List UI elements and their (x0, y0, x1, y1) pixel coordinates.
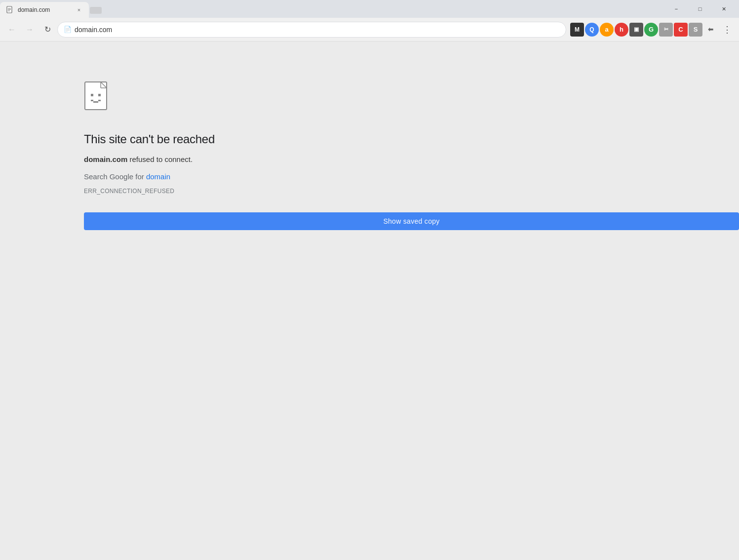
address-bar[interactable]: 📄 (57, 22, 566, 38)
window-controls: − □ ✕ (661, 0, 739, 18)
new-tab-button[interactable] (89, 3, 103, 17)
error-document-icon (84, 81, 114, 115)
extension-h-button[interactable]: h (615, 23, 628, 37)
title-bar: domain.com × − □ ✕ (0, 0, 739, 18)
forward-button[interactable]: → (22, 22, 38, 38)
extensions-area: M Q a h ▣ G ✂ C S ⬅ (570, 23, 717, 37)
svg-rect-12 (96, 101, 98, 103)
new-tab-shape-icon (89, 5, 103, 15)
extension-m-button[interactable]: M (570, 23, 584, 37)
browser-menu-button[interactable]: ⋮ (719, 22, 735, 38)
error-description-post: refused to connect. (127, 155, 193, 163)
close-button[interactable]: ✕ (712, 1, 735, 17)
maximize-button[interactable]: □ (689, 1, 711, 17)
svg-rect-8 (91, 94, 93, 96)
active-tab[interactable]: domain.com × (0, 2, 89, 18)
address-input[interactable] (75, 26, 560, 34)
extension-q-button[interactable]: Q (585, 23, 599, 37)
browser-window: domain.com × − □ ✕ ← → ↻ 📄 M Q (0, 0, 739, 560)
minimize-button[interactable]: − (665, 1, 688, 17)
svg-rect-10 (91, 100, 93, 101)
error-search-pre: Search Google for (84, 172, 146, 181)
error-search-link[interactable]: domain (146, 172, 170, 181)
error-search-text: Search Google for domain (84, 172, 739, 181)
extension-g-button[interactable]: G (644, 23, 658, 37)
tab-page-icon (6, 6, 14, 14)
extension-s-button[interactable]: S (689, 23, 702, 37)
show-saved-copy-button[interactable]: Show saved copy (84, 212, 739, 230)
svg-rect-11 (93, 101, 96, 103)
extension-clip-button[interactable]: ✂ (659, 23, 673, 37)
extension-a-button[interactable]: a (600, 23, 614, 37)
address-security-icon: 📄 (64, 26, 72, 33)
extension-screen-button[interactable]: ▣ (629, 23, 643, 37)
tab-area: domain.com × (0, 0, 661, 18)
error-domain-bold: domain.com (84, 155, 127, 163)
svg-rect-13 (98, 100, 101, 101)
extension-red-button[interactable]: C (674, 23, 688, 37)
extension-arrow-button[interactable]: ⬅ (703, 23, 717, 37)
error-description: domain.com refused to connect. (84, 154, 739, 165)
error-heading: This site can't be reached (84, 132, 739, 146)
back-button[interactable]: ← (4, 22, 20, 38)
svg-rect-4 (90, 7, 102, 14)
reload-button[interactable]: ↻ (39, 22, 55, 38)
page-content: This site can't be reached domain.com re… (0, 41, 739, 560)
svg-rect-5 (85, 82, 107, 110)
tab-close-button[interactable]: × (75, 6, 83, 14)
tab-title: domain.com (18, 6, 71, 13)
toolbar: ← → ↻ 📄 M Q a h ▣ G ✂ C S ⬅ ⋮ (0, 18, 739, 41)
svg-rect-9 (98, 94, 101, 96)
error-code: ERR_CONNECTION_REFUSED (84, 188, 739, 195)
